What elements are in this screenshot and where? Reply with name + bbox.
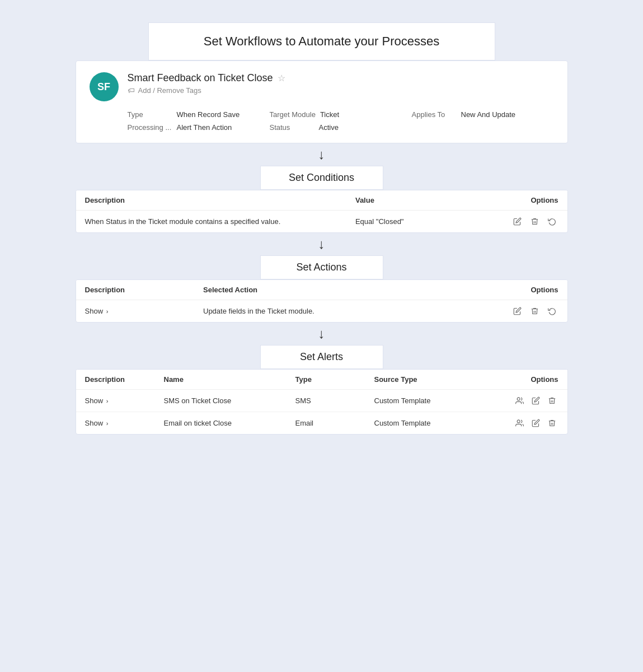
set-alerts-section: Set Alerts Description Name Type Source … [76, 345, 568, 435]
cond-row1-options [491, 216, 558, 227]
workflow-title-area: Smart Feedback on Ticket Close ☆ 🏷 Add /… [128, 72, 554, 95]
svg-point-1 [517, 420, 520, 423]
alert-show-label-2: Show [85, 419, 104, 427]
meta-value-target: Ticket [320, 110, 339, 119]
act-row1-action: Update fields in the Ticket module. [203, 307, 499, 315]
table-row: When Status in the Ticket module contain… [76, 211, 567, 232]
act-header-desc: Description [85, 286, 204, 294]
alert-row1-show[interactable]: Show › [85, 396, 164, 405]
alert-users-button-2[interactable] [513, 418, 526, 428]
arrow-down-2: ↓ [318, 233, 325, 255]
avatar: SF [90, 72, 119, 101]
alert-header-desc: Description [85, 375, 164, 384]
act-row1-options [499, 306, 558, 316]
meta-value-processing: Alert Then Action [177, 123, 232, 132]
meta-value-applies: New And Update [461, 110, 516, 119]
arrow-down-3: ↓ [318, 323, 325, 345]
set-alerts-box[interactable]: Set Alerts [260, 345, 383, 369]
act-header-options: Options [499, 286, 558, 294]
meta-value-type: When Record Save [177, 110, 240, 119]
act-chevron-icon: › [106, 308, 109, 315]
meta-label-type: Type [128, 110, 172, 119]
cond-header-desc: Description [85, 196, 355, 204]
alert-header-type: Type [295, 375, 374, 384]
table-row: Show › Email on ticket Close Email Custo… [76, 412, 567, 434]
workflow-title: Smart Feedback on Ticket Close ☆ [128, 72, 554, 84]
alert-row2-show[interactable]: Show › [85, 419, 164, 427]
workflow-meta: Type When Record Save Target Module Tick… [90, 110, 554, 132]
set-conditions-box[interactable]: Set Conditions [260, 166, 383, 190]
set-actions-box[interactable]: Set Actions [260, 255, 383, 279]
alert-chevron-icon-1: › [106, 398, 109, 404]
alert-row2-name: Email on ticket Close [164, 419, 295, 427]
alert-edit-button-1[interactable] [529, 395, 542, 406]
act-history-button[interactable] [546, 306, 558, 316]
meta-value-status: Active [319, 123, 339, 132]
alert-edit-button-2[interactable] [529, 418, 542, 428]
cond-delete-button[interactable] [528, 216, 541, 227]
set-conditions-section: Set Conditions Description Value Options… [76, 166, 568, 233]
page-title: Set Workflows to Automate your Processes [204, 34, 439, 48]
meta-item-target: Target Module Ticket [270, 110, 412, 119]
meta-label-applies: Applies To [412, 110, 457, 119]
set-actions-section: Set Actions Description Selected Action … [76, 255, 568, 323]
act-header-action: Selected Action [203, 286, 499, 294]
alert-header-source: Source Type [374, 375, 480, 384]
tag-icon: 🏷 [128, 86, 135, 95]
cond-row1-desc: When Status in the Ticket module contain… [85, 217, 355, 226]
alert-users-button-1[interactable] [513, 395, 526, 406]
alert-row1-source: Custom Template [374, 396, 480, 405]
tags-row: 🏷 Add / Remove Tags [128, 86, 554, 95]
alert-header-options: Options [480, 375, 558, 384]
tags-label[interactable]: Add / Remove Tags [138, 86, 201, 95]
meta-item-processing: Processing ... Alert Then Action [128, 123, 270, 132]
alert-row2-type: Email [295, 419, 374, 427]
alert-show-label-1: Show [85, 396, 104, 405]
cond-history-button[interactable] [546, 216, 558, 227]
cond-header-value: Value [355, 196, 491, 204]
workflow-card: SF Smart Feedback on Ticket Close ☆ 🏷 Ad… [76, 60, 568, 143]
star-icon[interactable]: ☆ [278, 73, 285, 83]
act-show-label: Show [85, 307, 104, 315]
set-actions-title: Set Actions [296, 262, 346, 273]
table-row: Show › Update fields in the Ticket modul… [76, 300, 567, 322]
conditions-table: Description Value Options When Status in… [76, 190, 568, 233]
act-edit-button[interactable] [511, 306, 524, 316]
alert-delete-button-2[interactable] [546, 418, 558, 428]
table-row: Show › SMS on Ticket Close SMS Custom Te… [76, 390, 567, 412]
meta-item-status: Status Active [270, 123, 412, 132]
workflow-header: SF Smart Feedback on Ticket Close ☆ 🏷 Ad… [90, 72, 554, 101]
meta-label-target: Target Module [270, 110, 316, 119]
alert-row1-name: SMS on Ticket Close [164, 396, 295, 405]
actions-table-header: Description Selected Action Options [76, 280, 567, 300]
alert-row1-type: SMS [295, 396, 374, 405]
meta-label-status: Status [270, 123, 315, 132]
svg-point-0 [517, 398, 520, 400]
meta-item-applies: Applies To New And Update [412, 110, 554, 119]
page-title-box: Set Workflows to Automate your Processes [148, 22, 495, 60]
alert-header-name: Name [164, 375, 295, 384]
alerts-table: Description Name Type Source Type Option… [76, 369, 568, 435]
act-delete-button[interactable] [528, 306, 541, 316]
meta-item-type: Type When Record Save [128, 110, 270, 119]
meta-label-processing: Processing ... [128, 123, 172, 132]
page-wrapper: Set Workflows to Automate your Processes… [76, 22, 568, 435]
cond-row1-value: Equal "Closed" [355, 217, 491, 226]
alerts-table-header: Description Name Type Source Type Option… [76, 370, 567, 390]
alert-row1-options [480, 395, 558, 406]
cond-header-options: Options [491, 196, 558, 204]
act-row1-show[interactable]: Show › [85, 307, 204, 315]
set-alerts-title: Set Alerts [300, 351, 343, 362]
actions-table: Description Selected Action Options Show… [76, 279, 568, 323]
conditions-table-header: Description Value Options [76, 190, 567, 211]
alert-chevron-icon-2: › [106, 420, 109, 427]
alert-row2-source: Custom Template [374, 419, 480, 427]
alert-delete-button-1[interactable] [546, 395, 558, 406]
arrow-down-1: ↓ [318, 143, 325, 166]
alert-row2-options [480, 418, 558, 428]
set-conditions-title: Set Conditions [289, 172, 354, 183]
cond-edit-button[interactable] [511, 216, 524, 227]
